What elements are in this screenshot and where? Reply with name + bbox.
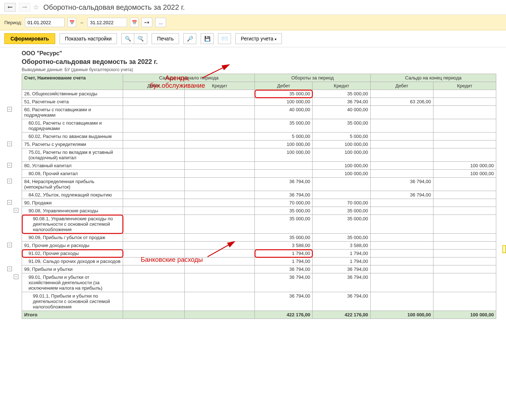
cc-cell (433, 250, 496, 257)
table-row[interactable]: 51, Расчетные счета 100 000,00 36 794,00… (22, 98, 496, 106)
date-from-input[interactable] (25, 18, 65, 27)
oc-cell (184, 106, 254, 119)
tc-cell: 3 588,00 (313, 242, 370, 250)
table-row[interactable]: 99.01, Прибыли и убытки от хозяйственной… (22, 273, 496, 292)
total-td: 422 176,00 (255, 311, 313, 319)
cc-cell (433, 140, 496, 148)
table-row[interactable]: 99, Прибыли и убытки 36 794,00 36 794,00 (22, 265, 496, 273)
table-row[interactable]: 60, Расчеты с поставщиками и подрядчикам… (22, 106, 496, 119)
od-cell (123, 133, 185, 140)
td-cell: 5 000,00 (255, 133, 313, 140)
table-row[interactable]: 80.09, Прочий капитал 100 000,00 100 000… (22, 170, 496, 178)
search-next-icon[interactable]: 🔍̀ (134, 33, 147, 44)
td-cell: 1 794,00 (255, 250, 313, 257)
calendar-to-icon[interactable]: 📅 (130, 18, 139, 27)
tree-collapse-icon[interactable]: − (14, 208, 18, 213)
cd-cell (370, 242, 433, 250)
tc-cell: 100 000,00 (313, 148, 370, 162)
oc-cell (184, 250, 254, 257)
cc-cell: 100 000,00 (433, 162, 496, 170)
table-row[interactable]: 90.09, Прибыль / убыток от продаж 35 000… (22, 234, 496, 242)
report-title: Оборотно-сальдовая ведомость за 2022 г. (22, 58, 506, 66)
total-cc: 100 000,00 (433, 311, 496, 319)
show-settings-button[interactable]: Показать настройки (60, 33, 117, 44)
range-preset-button[interactable]: ▪▫▾ (141, 18, 152, 27)
table-row[interactable]: 26, Общехозяйственные расходы 35 000,00 … (22, 90, 496, 98)
td-cell: 40 000,00 (255, 106, 313, 119)
table-row[interactable]: 90.08, Управленческие расходы 35 000,00 … (22, 207, 496, 215)
period-label: Период: (4, 20, 22, 25)
oc-cell (184, 133, 254, 140)
cc-cell (433, 257, 496, 265)
od-cell (123, 191, 185, 199)
table-row[interactable]: 80, Уставный капитал 100 000,00 100 000,… (22, 162, 496, 170)
cd-cell: 36 794,00 (370, 178, 433, 191)
save-icon[interactable]: 💾 (201, 33, 214, 44)
tc-cell: 100 000,00 (313, 162, 370, 170)
oc-cell (184, 215, 254, 234)
od-cell (123, 265, 185, 273)
oc-cell (184, 273, 254, 292)
cd-cell (370, 106, 433, 119)
cd-cell (370, 250, 433, 257)
tc-cell: 36 794,00 (313, 98, 370, 106)
oc-cell (184, 178, 254, 191)
account-cell: 99.01.1, Прибыли и убытки по деятельност… (22, 292, 123, 311)
table-row[interactable]: 75.01, Расчеты по вкладам в уставный (ск… (22, 148, 496, 162)
tree-collapse-icon[interactable]: − (7, 142, 12, 146)
table-row[interactable]: 91.02, Прочие расходы 1 794,00 1 794,00 (22, 250, 496, 257)
cc-cell (433, 273, 496, 292)
favorite-icon[interactable]: ☆ (33, 3, 39, 11)
account-cell: 90.09, Прибыль / убыток от продаж (22, 234, 123, 242)
tree-collapse-icon[interactable]: − (7, 243, 12, 247)
od-cell (123, 90, 185, 98)
tree-collapse-icon[interactable]: − (7, 200, 12, 205)
cd-cell (370, 162, 433, 170)
date-to-input[interactable] (87, 18, 127, 27)
td-cell: 36 794,00 (255, 191, 313, 199)
register-button[interactable]: Регистр учета▾ (235, 33, 282, 44)
table-row[interactable]: 90, Продажи 70 000,00 70 000,00 (22, 199, 496, 207)
td-cell: 36 794,00 (255, 292, 313, 311)
td-cell: 36 794,00 (255, 178, 313, 191)
generate-button[interactable]: Сформировать (4, 33, 55, 44)
back-button[interactable]: 🠔 (4, 3, 16, 12)
od-cell (123, 140, 185, 148)
table-row[interactable]: 91.09, Сальдо прочих доходов и расходов … (22, 257, 496, 265)
tree-collapse-icon[interactable]: − (14, 274, 18, 279)
oc-cell (184, 148, 254, 162)
tree-collapse-icon[interactable]: − (7, 163, 12, 168)
period-more-button[interactable]: ... (155, 18, 166, 27)
od-cell (123, 98, 185, 106)
account-cell: 99.01, Прибыли и убытки от хозяйственной… (22, 273, 123, 292)
tc-cell: 1 794,00 (313, 250, 370, 257)
tree-collapse-icon[interactable]: − (7, 267, 12, 271)
cd-cell (370, 90, 433, 98)
tc-cell: 100 000,00 (313, 170, 370, 178)
od-cell (123, 273, 185, 292)
table-row[interactable]: 60.01, Расчеты с поставщиками и подрядчи… (22, 119, 496, 133)
table-row[interactable]: 90.08.1, Управленческие расходы по деяте… (22, 215, 496, 234)
td-cell: 100 000,00 (255, 140, 313, 148)
od-cell (123, 215, 185, 234)
tree-collapse-icon[interactable]: − (7, 179, 12, 183)
table-row[interactable]: 84, Нераспределенная прибыль (непокрытый… (22, 178, 496, 191)
print-button[interactable]: Печать (152, 33, 179, 44)
table-row[interactable]: 99.01.1, Прибыли и убытки по деятельност… (22, 292, 496, 311)
cc-cell (433, 215, 496, 234)
table-row[interactable]: 84.02, Убыток, подлежащий покрытию 36 79… (22, 191, 496, 199)
search-icon[interactable]: 🔍 (121, 33, 134, 44)
cc-cell (433, 292, 496, 311)
forward-button[interactable]: 🠖 (19, 3, 30, 12)
cd-cell (370, 257, 433, 265)
table-row[interactable]: 91, Прочие доходы и расходы 3 588,00 3 5… (22, 242, 496, 250)
td-cell: 36 794,00 (255, 273, 313, 292)
tc-cell: 35 000,00 (313, 90, 370, 98)
table-row[interactable]: 75, Расчеты с учредителями 100 000,00 10… (22, 140, 496, 148)
email-icon[interactable]: ✉️ (218, 33, 231, 44)
print-preview-icon[interactable]: 🔎 (183, 33, 196, 44)
tree-collapse-icon[interactable]: − (7, 107, 12, 112)
calendar-from-icon[interactable]: 📅 (67, 18, 76, 27)
table-row[interactable]: 60.02, Расчеты по авансам выданным 5 000… (22, 133, 496, 140)
oc-cell (184, 90, 254, 98)
